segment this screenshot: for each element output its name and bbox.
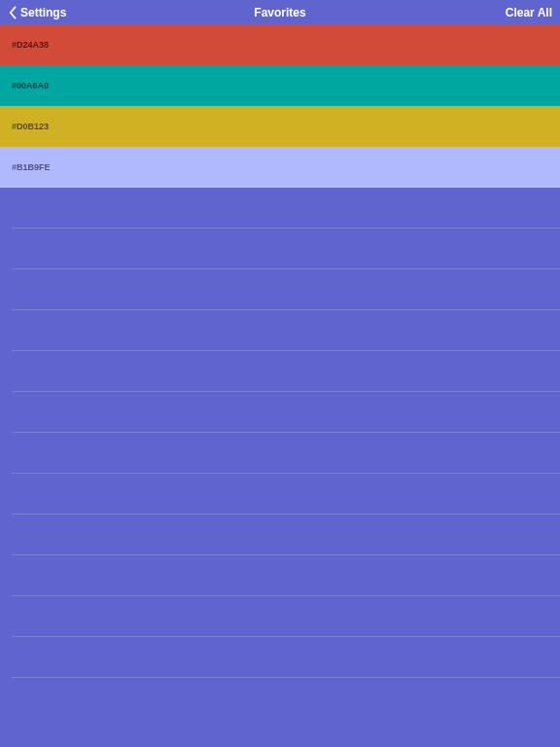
empty-row (12, 188, 560, 229)
color-hex-label: #D0B123 (12, 122, 49, 131)
color-hex-label: #B1B9FE (12, 162, 51, 172)
empty-row (12, 229, 560, 269)
color-row[interactable]: #00A6A0 (0, 65, 560, 106)
color-hex-label: #D24A38 (12, 40, 49, 50)
empty-row (12, 310, 560, 351)
nav-bar: Settings Favorites Clear All (0, 0, 560, 24)
color-row[interactable]: #D24A38 (0, 24, 560, 65)
empty-row (12, 433, 560, 474)
page-title: Favorites (254, 6, 305, 19)
color-row[interactable]: #B1B9FE (0, 147, 560, 188)
back-label: Settings (20, 6, 66, 19)
empty-row (12, 596, 560, 637)
empty-row (12, 637, 560, 678)
empty-row (12, 555, 560, 596)
empty-row (12, 269, 560, 310)
favorites-list: #D24A38#00A6A0#D0B123#B1B9FE (0, 24, 560, 719)
clear-all-button[interactable]: Clear All (506, 6, 552, 19)
back-button[interactable]: Settings (8, 6, 66, 19)
empty-row (12, 351, 560, 392)
chevron-left-icon (8, 6, 18, 19)
empty-row (12, 678, 560, 719)
empty-row (12, 474, 560, 515)
color-row[interactable]: #D0B123 (0, 106, 560, 147)
color-hex-label: #00A6A0 (12, 81, 49, 90)
empty-row (12, 392, 560, 433)
empty-row (12, 515, 560, 555)
